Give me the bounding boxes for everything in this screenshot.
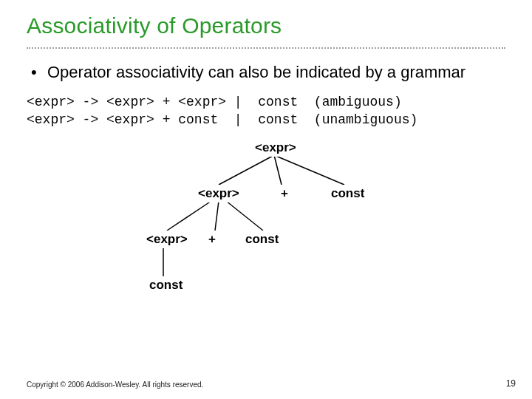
grammar-line-2: <expr> -> <expr> + const | const (unambi… — [27, 112, 417, 127]
tree-node-plus: + — [276, 185, 293, 202]
page-number: 19 — [506, 378, 516, 389]
bullet-item: Operator associativity can also be indic… — [31, 62, 505, 83]
svg-line-4 — [215, 201, 219, 231]
svg-line-2 — [274, 155, 344, 185]
tree-node-plus: + — [204, 231, 220, 248]
slide-title: Associativity of Operators — [27, 13, 505, 38]
copyright-footer: Copyright © 2006 Addison-Wesley. All rig… — [27, 381, 203, 389]
tree-node-const: const — [241, 231, 283, 248]
svg-line-3 — [167, 201, 211, 231]
title-divider — [27, 47, 505, 49]
svg-line-1 — [274, 155, 282, 185]
bullet-list: Operator associativity can also be indic… — [31, 62, 505, 83]
tree-node-const: const — [145, 276, 187, 294]
tree-node-expr: <expr> — [142, 231, 192, 248]
tree-node-expr: <expr> — [250, 139, 301, 157]
tree-node-const: const — [327, 185, 369, 202]
svg-line-0 — [219, 155, 274, 185]
grammar-block: <expr> -> <expr> + <expr> | const (ambig… — [27, 93, 505, 129]
tree-node-expr: <expr> — [194, 185, 244, 202]
svg-line-5 — [226, 201, 263, 231]
slide: Associativity of Operators Operator asso… — [0, 0, 532, 399]
grammar-line-1: <expr> -> <expr> + <expr> | const (ambig… — [27, 95, 402, 109]
parse-tree: <expr> <expr> + const <expr> + const con… — [27, 139, 505, 331]
